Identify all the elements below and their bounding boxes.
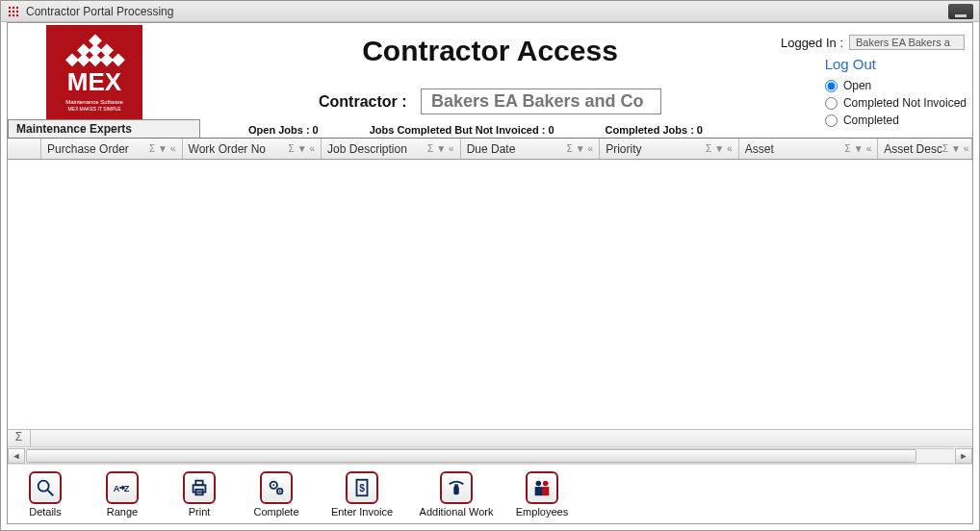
svg-point-1 bbox=[13, 6, 14, 8]
sum-icon[interactable]: Σ bbox=[706, 143, 711, 154]
stat-completed-not-invoiced: Jobs Completed But Not Invoiced : 0 bbox=[370, 124, 554, 136]
details-button[interactable]: Details bbox=[15, 471, 75, 518]
collapse-icon[interactable]: « bbox=[588, 143, 594, 154]
minimize-button[interactable] bbox=[948, 4, 973, 19]
svg-point-9 bbox=[39, 480, 49, 491]
grid-header: Purchase OrderΣ▼«Work Order NoΣ▼«Job Des… bbox=[8, 139, 972, 160]
bottom-toolbar: Details AZ Range Print Complete bbox=[8, 464, 972, 523]
scroll-track[interactable] bbox=[26, 448, 954, 464]
radio-open-input[interactable] bbox=[825, 80, 838, 92]
collapse-icon[interactable]: « bbox=[964, 143, 969, 154]
svg-point-0 bbox=[9, 6, 11, 8]
scroll-thumb[interactable] bbox=[26, 449, 916, 463]
column-label: Asset bbox=[745, 142, 845, 156]
column-header-work-order-no[interactable]: Work Order NoΣ▼« bbox=[183, 139, 322, 159]
collapse-icon[interactable]: « bbox=[310, 143, 316, 154]
scroll-left-button[interactable]: ◄ bbox=[8, 448, 25, 464]
contractor-name-box[interactable]: Bakers EA Bakers and Co bbox=[421, 88, 661, 114]
employees-button[interactable]: Employees bbox=[512, 471, 572, 518]
collapse-icon[interactable]: « bbox=[866, 143, 872, 154]
sum-icon[interactable]: Σ bbox=[845, 143, 851, 154]
filter-icon[interactable]: ▼ bbox=[158, 143, 168, 154]
scroll-right-button[interactable]: ► bbox=[955, 448, 972, 464]
employees-label: Employees bbox=[516, 506, 568, 518]
maintenance-experts-tab[interactable]: Maintenance Experts bbox=[8, 119, 200, 138]
print-button[interactable]: Print bbox=[169, 471, 229, 518]
stat-completed-jobs: Completed Jobs : 0 bbox=[606, 124, 703, 136]
column-header-asset-desc[interactable]: Asset DescΣ▼« bbox=[878, 139, 972, 159]
grid-summary-row: Σ bbox=[8, 429, 972, 446]
filter-icon[interactable]: ▼ bbox=[576, 143, 585, 154]
svg-point-3 bbox=[9, 10, 11, 12]
sigma-icon[interactable]: Σ bbox=[8, 430, 31, 446]
sum-icon[interactable]: Σ bbox=[427, 143, 433, 154]
filter-icon[interactable]: ▼ bbox=[297, 143, 307, 154]
radio-cni-input[interactable] bbox=[825, 97, 838, 110]
stats-row: Open Jobs : 0 Jobs Completed But Not Inv… bbox=[248, 124, 703, 136]
phone-icon bbox=[440, 471, 473, 504]
svg-rect-23 bbox=[453, 486, 459, 494]
svg-rect-24 bbox=[454, 484, 458, 487]
additional-work-button[interactable]: Additional Work bbox=[418, 471, 495, 518]
complete-label: Complete bbox=[253, 506, 298, 518]
collapse-icon[interactable]: « bbox=[449, 143, 454, 154]
svg-line-10 bbox=[48, 490, 54, 495]
sum-icon[interactable]: Σ bbox=[288, 143, 294, 154]
sum-icon[interactable]: Σ bbox=[567, 143, 573, 154]
logged-in-user[interactable]: Bakers EA Bakers a bbox=[849, 35, 965, 50]
svg-text:A: A bbox=[114, 483, 120, 493]
collapse-icon[interactable]: « bbox=[170, 143, 176, 154]
contractor-label: Contractor : bbox=[319, 93, 407, 110]
svg-text:Z: Z bbox=[124, 483, 130, 493]
svg-point-20 bbox=[279, 490, 281, 492]
logout-link[interactable]: Log Out bbox=[825, 56, 876, 72]
horizontal-scrollbar[interactable]: ◄ ► bbox=[8, 446, 972, 464]
svg-point-25 bbox=[536, 480, 542, 486]
a-to-z-icon: AZ bbox=[106, 471, 139, 504]
magnifier-icon bbox=[29, 471, 62, 504]
filter-icon[interactable]: ▼ bbox=[714, 143, 724, 154]
enter-invoice-label: Enter Invoice bbox=[331, 506, 393, 518]
svg-point-8 bbox=[16, 13, 18, 15]
filter-icon[interactable]: ▼ bbox=[436, 143, 446, 154]
radio-open[interactable]: Open bbox=[825, 79, 967, 92]
range-label: Range bbox=[107, 506, 138, 518]
radio-completed[interactable]: Completed bbox=[825, 114, 967, 127]
stat-open-jobs: Open Jobs : 0 bbox=[248, 124, 319, 136]
title-bar: Contractor Portal Processing bbox=[1, 1, 979, 22]
invoice-icon: $ bbox=[346, 471, 378, 504]
enter-invoice-button[interactable]: $ Enter Invoice bbox=[323, 471, 400, 518]
svg-point-19 bbox=[272, 484, 274, 486]
column-label: Job Description bbox=[327, 142, 427, 156]
svg-rect-27 bbox=[535, 487, 542, 495]
grid-body[interactable] bbox=[8, 160, 972, 429]
column-label: Priority bbox=[606, 142, 706, 156]
svg-text:$: $ bbox=[359, 482, 365, 493]
radio-completed-input[interactable] bbox=[825, 114, 838, 127]
filter-icon[interactable]: ▼ bbox=[951, 143, 961, 154]
header-area: ◆◆◆◆◆◆◆◆◆ MEX Maintenance Software MEX M… bbox=[8, 23, 972, 139]
column-label: Work Order No bbox=[189, 142, 289, 156]
column-label: Asset Desc bbox=[884, 142, 942, 156]
collapse-icon[interactable]: « bbox=[727, 143, 733, 154]
column-header-priority[interactable]: PriorityΣ▼« bbox=[600, 139, 739, 159]
printer-icon bbox=[183, 471, 216, 504]
sum-icon[interactable]: Σ bbox=[942, 143, 948, 154]
radio-completed-not-invoiced[interactable]: Completed Not Invoiced bbox=[825, 96, 967, 110]
column-header-job-description[interactable]: Job DescriptionΣ▼« bbox=[322, 139, 461, 159]
logged-in-row: Logged In : Bakers EA Bakers a bbox=[781, 35, 965, 50]
complete-button[interactable]: Complete bbox=[246, 471, 306, 518]
svg-point-26 bbox=[543, 480, 549, 486]
column-label: Due Date bbox=[467, 142, 567, 156]
grid-row-selector-header[interactable] bbox=[8, 139, 41, 159]
additional-work-label: Additional Work bbox=[420, 506, 494, 518]
sum-icon[interactable]: Σ bbox=[149, 143, 155, 154]
range-button[interactable]: AZ Range bbox=[92, 471, 152, 518]
logged-in-label: Logged In : bbox=[781, 36, 843, 50]
column-header-due-date[interactable]: Due DateΣ▼« bbox=[461, 139, 601, 159]
filter-radios: Open Completed Not Invoiced Completed bbox=[825, 79, 967, 131]
column-header-asset[interactable]: AssetΣ▼« bbox=[739, 139, 879, 159]
content-area: ◆◆◆◆◆◆◆◆◆ MEX Maintenance Software MEX M… bbox=[7, 22, 973, 524]
column-header-purchase-order[interactable]: Purchase OrderΣ▼« bbox=[41, 139, 182, 159]
filter-icon[interactable]: ▼ bbox=[854, 143, 864, 154]
